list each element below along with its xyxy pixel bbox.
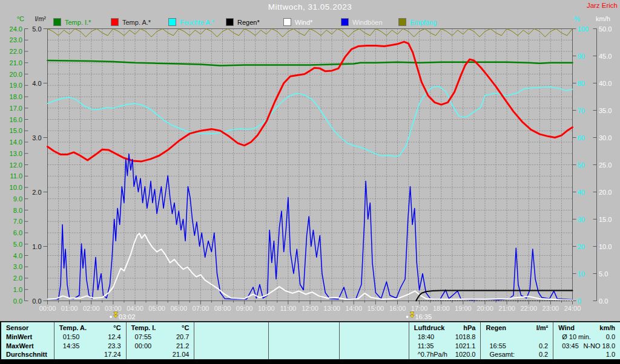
wind-tick-label: 50.0	[599, 25, 612, 33]
stats-table: Sensor MinWert MaxWert Durchschnitt Temp…	[0, 321, 620, 360]
min-time: 01:50	[54, 333, 80, 342]
max-value: 0.2	[539, 342, 553, 351]
time-tick-label: 13:00	[323, 305, 340, 312]
temp-tick-label: 11.0	[10, 172, 22, 180]
min-time: 18:40	[409, 333, 435, 342]
humidity-tick-label: 0	[578, 297, 581, 305]
marker-dot-icon	[406, 316, 409, 319]
humidity-tick-label: 40	[578, 189, 585, 196]
table-column-empty-3	[340, 322, 409, 359]
table-row-label: Durchschnitt	[1, 350, 54, 359]
temp-tick-label: 7.0	[13, 218, 22, 225]
temp-tick-label: 9.0	[13, 195, 22, 203]
rain-tick-label: 2.0	[32, 189, 41, 196]
rain-tick-label: 4.0	[32, 80, 41, 87]
wind-tick-label: 10.0	[599, 243, 612, 250]
temp-tick-label: 8.0	[13, 207, 22, 214]
avg-value: 21.04	[173, 350, 194, 359]
temp-tick-label: 13.0	[10, 150, 22, 157]
table-column-empty-2	[269, 322, 340, 359]
marker-arrow-icon	[410, 312, 414, 318]
max-value: 21.2	[176, 342, 194, 351]
humidity-tick-label: 10	[578, 270, 585, 278]
humidity-tick-label: 80	[578, 80, 585, 87]
table-column-temp-i: Temp. I.°C 07:5520.7 00:0021.2 21.04	[127, 322, 195, 359]
temp-tick-label: 23.0	[10, 36, 22, 44]
humidity-tick-label: 50	[578, 161, 585, 169]
column-unit: hPa	[463, 323, 480, 333]
time-tick-label: 09:00	[236, 305, 253, 312]
temp-tick-label: 14.0	[10, 138, 22, 146]
avg-label	[127, 350, 135, 359]
table-column-empty-1	[194, 322, 269, 359]
column-unit: °C	[113, 323, 125, 333]
max-time: 11:35	[409, 342, 434, 351]
wind-tick-label: 40.0	[599, 80, 612, 87]
time-tick-label: 12:00	[302, 305, 318, 312]
marker-time-label: 03:02	[119, 313, 136, 320]
time-tick-label: 04:00	[127, 305, 143, 312]
table-row-labels: Sensor MinWert MaxWert Durchschnitt	[1, 322, 54, 359]
table-row-label: MaxWert	[1, 342, 54, 351]
wind-tick-label: 30.0	[599, 134, 612, 141]
column-name: Wind	[553, 323, 575, 333]
avg-value: 0.2	[539, 350, 553, 359]
temp-tick-label: 24.0	[10, 25, 22, 33]
time-tick-label: 05:00	[148, 305, 165, 312]
weather-app-window: Mittwoch, 31.05.2023 Jarz Erich °C l/m² …	[0, 0, 620, 364]
temp-tick-label: 17.0	[10, 105, 22, 112]
column-name: Temp. A.	[54, 323, 87, 333]
max-time: 16:55	[481, 342, 506, 351]
series-empfang	[48, 29, 573, 37]
table-row-label: Sensor	[1, 323, 54, 333]
humidity-tick-label: 20	[578, 243, 585, 250]
min-time: Ø 10 min.	[553, 333, 591, 342]
time-tick-label: 15:00	[368, 305, 384, 312]
temp-tick-label: 0.0	[13, 297, 22, 305]
temp-tick-label: 2.0	[13, 275, 22, 282]
min-value: 20.7	[176, 333, 194, 342]
temp-tick-label: 5.0	[13, 241, 22, 248]
wind-tick-label: 45.0	[599, 53, 612, 60]
table-column-luftdruck: LuftdruckhPa 18:401018.8 11:351021.1 ^0.…	[409, 322, 481, 359]
time-tick-label: 01:00	[61, 305, 78, 312]
max-value: 23.3	[108, 342, 125, 351]
min-time	[481, 333, 489, 342]
humidity-tick-label: 100	[578, 25, 589, 33]
rain-tick-label: 0.0	[32, 297, 41, 305]
column-name: Temp. I.	[127, 323, 156, 333]
max-time: 03:45	[553, 342, 579, 351]
temp-tick-label: 3.0	[13, 263, 22, 270]
wind-tick-label: 20.0	[599, 189, 612, 196]
humidity-tick-label: 30	[578, 216, 585, 223]
temp-tick-label: 12.0	[10, 161, 22, 169]
temp-tick-label: 10.0	[10, 184, 22, 191]
temp-tick-label: 21.0	[10, 59, 22, 67]
column-unit: °C	[182, 323, 194, 333]
time-tick-label: 20:00	[477, 305, 493, 312]
time-tick-label: 14:00	[345, 305, 362, 312]
avg-value: 1.0	[606, 350, 620, 359]
column-unit: km/h	[599, 323, 620, 333]
avg-value: 1020.0	[455, 350, 481, 359]
avg-label	[553, 350, 562, 359]
time-tick-label: 07:00	[193, 305, 209, 312]
temp-tick-label: 18.0	[10, 93, 22, 100]
avg-label: ^0.7hPa/h	[409, 350, 447, 359]
temp-tick-label: 22.0	[10, 48, 22, 55]
max-value: 1021.1	[455, 342, 481, 351]
temp-tick-label: 15.0	[10, 127, 22, 134]
wind-tick-label: 15.0	[599, 216, 612, 223]
marker-time-label: 16:35	[415, 313, 432, 320]
time-tick-label: 24:00	[564, 305, 581, 312]
bottom-bar	[0, 360, 620, 364]
rain-tick-label: 3.0	[32, 134, 41, 141]
weather-chart: 0.01.02.03.04.05.06.07.08.09.010.011.012…	[0, 0, 620, 321]
max-time: 14:35	[54, 342, 80, 351]
temp-tick-label: 6.0	[13, 229, 22, 236]
table-column-temp-a: Temp. A.°C 01:5012.4 14:3523.3 17.24	[54, 322, 127, 359]
temp-tick-label: 16.0	[10, 116, 22, 123]
min-value: 12.4	[108, 333, 125, 342]
table-column-regen: Regenl/m² 16:550.2 Gesamt:0.2	[481, 322, 553, 359]
time-tick-label: 22:00	[520, 305, 537, 312]
